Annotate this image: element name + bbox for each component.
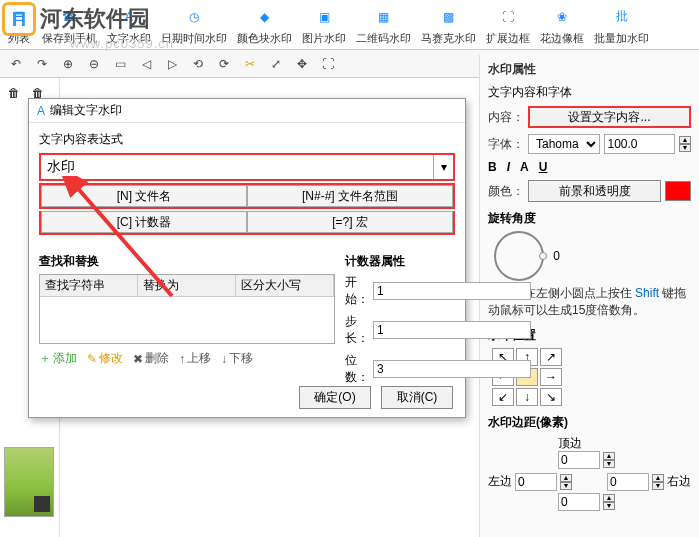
margin-box: 顶边 ▲▼ 左边 ▲▼ ▲▼ 右边 ▲▼	[488, 435, 691, 515]
col-find[interactable]: 查找字符串	[40, 275, 138, 296]
redo-icon[interactable]: ↷	[32, 54, 52, 74]
margin-left-spin[interactable]: ▲▼	[560, 474, 572, 490]
start-label: 开始：	[345, 274, 369, 308]
tb-extend-border[interactable]: ⛶扩展边框	[486, 4, 530, 46]
tb-label: 扩展边框	[486, 31, 530, 46]
margin-top-label: 顶边	[558, 435, 582, 452]
fg-opacity-button[interactable]: 前景和透明度	[528, 180, 661, 202]
crop-icon[interactable]: ✂	[240, 54, 260, 74]
rotate-l-icon[interactable]: ⟲	[188, 54, 208, 74]
font-label: 字体：	[488, 136, 524, 153]
expand-icon: ⛶	[495, 4, 521, 30]
qrcode-icon: ▦	[371, 4, 397, 30]
up-button[interactable]: ↑上移	[179, 350, 211, 367]
pos-mr[interactable]: →	[540, 368, 562, 386]
quick-filename[interactable]: [N] 文件名	[41, 185, 247, 207]
text-icon: A	[37, 104, 45, 118]
tb-label: 颜色块水印	[237, 31, 292, 46]
ok-button[interactable]: 确定(O)	[299, 386, 371, 409]
rotate-r-icon[interactable]: ⟳	[214, 54, 234, 74]
quick-counter[interactable]: [C] 计数器	[41, 211, 247, 233]
fontcolor-button[interactable]: A	[520, 160, 529, 174]
margin-top-input[interactable]	[558, 451, 600, 469]
flip-v-icon[interactable]: ▷	[162, 54, 182, 74]
italic-button[interactable]: I	[507, 160, 510, 174]
font-section-label: 文字内容和字体	[488, 84, 691, 101]
rotate-value: 0	[553, 249, 560, 263]
rotate-handle-icon[interactable]	[539, 252, 547, 260]
step-input[interactable]	[373, 321, 531, 339]
underline-button[interactable]: U	[539, 160, 548, 174]
down-button[interactable]: ↓下移	[221, 350, 253, 367]
margin-right-input[interactable]	[607, 473, 649, 491]
text-icon: A	[116, 4, 142, 30]
tb-label: 批量加水印	[594, 31, 649, 46]
pos-bl[interactable]: ↙	[492, 388, 514, 406]
font-size-spin[interactable]: ▲▼	[679, 136, 691, 152]
fullscreen-icon[interactable]: ⛶	[318, 54, 338, 74]
plus-icon: ＋	[39, 350, 51, 367]
quick-filename-range[interactable]: [N#-#] 文件名范围	[247, 185, 453, 207]
tb-colorblock-wm[interactable]: ◆颜色块水印	[237, 4, 292, 46]
zoom-in-icon[interactable]: ⊕	[58, 54, 78, 74]
list-icon: ☰	[6, 4, 32, 30]
diamond-icon: ◆	[252, 4, 278, 30]
pos-tr[interactable]: ↗	[540, 348, 562, 366]
rotate-dial[interactable]: 0	[494, 231, 544, 281]
image-icon: ▣	[311, 4, 337, 30]
tb-qrcode-wm[interactable]: ▦二维码水印	[356, 4, 411, 46]
find-replace-box: 查找和替换 查找字符串 替换为 区分大小写 ＋添加 ✎修改 ✖删除 ↑上移 ↓下…	[39, 253, 335, 391]
edit-text-watermark-dialog: A 编辑文字水印 文字内容表达式 ▾ [N] 文件名 [N#-#] 文件名范围 …	[28, 98, 466, 418]
expr-label: 文字内容表达式	[39, 131, 455, 148]
bold-button[interactable]: B	[488, 160, 497, 174]
fit-icon[interactable]: ▭	[110, 54, 130, 74]
dialog-title: 编辑文字水印	[50, 102, 122, 119]
font-select[interactable]: Tahoma	[528, 134, 600, 154]
tb-label: 二维码水印	[356, 31, 411, 46]
up-icon: ↑	[179, 352, 185, 366]
color-label: 颜色：	[488, 183, 524, 200]
pos-br[interactable]: ↘	[540, 388, 562, 406]
cancel-button[interactable]: 取消(C)	[381, 386, 453, 409]
find-table[interactable]: 查找字符串 替换为 区分大小写	[39, 274, 335, 344]
dialog-titlebar[interactable]: A 编辑文字水印	[29, 99, 465, 123]
undo-icon[interactable]: ↶	[6, 54, 26, 74]
col-replace[interactable]: 替换为	[138, 275, 236, 296]
tb-list[interactable]: ☰列表	[6, 4, 32, 46]
font-size-input[interactable]	[604, 134, 676, 154]
set-content-button[interactable]: 设置文字内容...	[528, 106, 691, 128]
margin-right-label: 右边	[667, 473, 691, 490]
move-icon[interactable]: ✥	[292, 54, 312, 74]
pencil-icon: ✎	[87, 352, 97, 366]
start-input[interactable]	[373, 282, 531, 300]
margin-bottom-spin[interactable]: ▲▼	[603, 494, 615, 510]
expr-input[interactable]	[41, 155, 433, 179]
col-case[interactable]: 区分大小写	[236, 275, 334, 296]
thumbnail[interactable]	[4, 447, 54, 517]
resize-icon[interactable]: ⤢	[266, 54, 286, 74]
margin-right-spin[interactable]: ▲▼	[652, 474, 664, 490]
margin-bottom-input[interactable]	[558, 493, 600, 511]
rotate-title: 旋转角度	[488, 210, 691, 227]
tb-lace-frame[interactable]: ❀花边像框	[540, 4, 584, 46]
batch-icon: 批	[609, 4, 635, 30]
flower-icon: ❀	[549, 4, 575, 30]
expr-dropdown-icon[interactable]: ▾	[433, 155, 453, 179]
style-row: B I A U	[488, 160, 691, 174]
clock-icon: ◷	[181, 4, 207, 30]
pos-bc[interactable]: ↓	[516, 388, 538, 406]
margin-left-input[interactable]	[515, 473, 557, 491]
flip-h-icon[interactable]: ◁	[136, 54, 156, 74]
edit-button[interactable]: ✎修改	[87, 350, 123, 367]
digits-input[interactable]	[373, 360, 531, 378]
trash-outline-icon[interactable]: 🗑	[4, 82, 24, 104]
delete-button[interactable]: ✖删除	[133, 350, 169, 367]
zoom-out-icon[interactable]: ⊖	[84, 54, 104, 74]
color-swatch[interactable]	[665, 181, 691, 201]
tb-mosaic-wm[interactable]: ▩马赛克水印	[421, 4, 476, 46]
tb-image-wm[interactable]: ▣图片水印	[302, 4, 346, 46]
quick-macro[interactable]: [=?] 宏	[247, 211, 453, 233]
add-button[interactable]: ＋添加	[39, 350, 77, 367]
tb-batch-wm[interactable]: 批批量加水印	[594, 4, 649, 46]
margin-top-spin[interactable]: ▲▼	[603, 452, 615, 468]
